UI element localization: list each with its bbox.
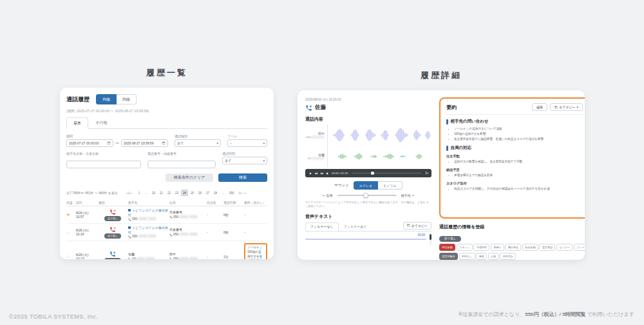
player-progress-handle[interactable] xyxy=(371,172,374,175)
transcript-scrollbar[interactable] xyxy=(430,233,431,246)
playback-speed[interactable]: 1x xyxy=(425,172,428,175)
label-select[interactable]: − ▾ xyxy=(227,139,267,147)
datetime-cell: 8/26 (火)10:57 xyxy=(76,211,97,219)
transcript-scrollbar-thumb[interactable] xyxy=(430,234,431,240)
summary-empty: − xyxy=(244,213,246,217)
own-name: 田中 xyxy=(169,252,205,257)
pager-page[interactable]: 21 xyxy=(158,190,165,196)
summary-cell: − xyxy=(244,230,267,235)
partner-phone: 050-0000 0000 xyxy=(128,217,168,221)
partner-cell: トビラシステムズ株式会社050-0000 0000 xyxy=(128,226,168,239)
type-cell: 折り返し xyxy=(99,209,127,221)
pager-page[interactable]: 20 xyxy=(150,190,157,196)
player-time: 00:00 / 01:20 xyxy=(332,172,348,175)
tag-chip[interactable]: 共有 xyxy=(488,253,499,260)
partner-name[interactable]: トビラシステムズ株式会社 xyxy=(128,208,168,217)
search-tab-1[interactable]: その他 xyxy=(88,117,114,128)
callback-badge: 折り返し xyxy=(104,258,121,259)
tag-chip[interactable]: セミナー xyxy=(556,244,573,251)
help-link[interactable]: こちら xyxy=(417,201,426,204)
table-row[interactable]: ☆8/26 (火)10:24折り返しトビラシステムズ株式会社050-0000 0… xyxy=(66,224,267,241)
calendar-icon[interactable] xyxy=(162,141,166,145)
phone-icon xyxy=(128,218,131,221)
table-row[interactable]: ☆8/26 (火)10:23折り返し佐藤03-0000 0000田中050-00… xyxy=(66,241,267,259)
protect-star-icon[interactable]: ☆ xyxy=(66,254,70,259)
pager-page[interactable]: 1 xyxy=(136,190,142,196)
pager-page[interactable]: 23 xyxy=(173,190,180,196)
section-accent-bar xyxy=(446,146,448,151)
pager-page[interactable]: 27 xyxy=(204,190,211,196)
forward-button[interactable] xyxy=(320,172,324,175)
pager-page[interactable]: 22 xyxy=(166,190,173,196)
calendar-icon[interactable] xyxy=(107,141,111,145)
tag-chip[interactable]: 商品発送 xyxy=(505,244,521,251)
audio-player[interactable]: 00:00 / 01:20 1x xyxy=(305,169,431,177)
own-phone: 050-0000 0000 xyxy=(169,257,205,259)
summary-bullets: 追加注文の数量を確認し、名古屋営業所宛てで手配 xyxy=(454,159,583,164)
pager-page[interactable]: 26 xyxy=(196,190,204,196)
search-button[interactable]: 検索 xyxy=(218,173,267,182)
speaker-phone: 03-0000000 xyxy=(308,157,325,161)
play-button[interactable] xyxy=(308,172,312,175)
player-progress-bar[interactable] xyxy=(352,173,421,174)
phone-icon xyxy=(128,235,131,239)
phone-number-input[interactable] xyxy=(147,161,216,168)
tag-chip[interactable]: 不明対応 xyxy=(473,244,489,251)
pager-page[interactable]: 25 xyxy=(189,190,196,196)
protect-star-icon[interactable]: ☆ xyxy=(66,230,70,235)
partner-name-field: 相手先名称・企業名称 xyxy=(66,152,141,168)
date-to-input[interactable]: 2025-08-27 23:59:59 xyxy=(121,139,168,147)
summary-bullet: 追加注文の数量を確認し、名古屋営業所宛てで手配 xyxy=(454,159,583,164)
copy-all-summary-button[interactable]: 全てコピー ▾ xyxy=(550,103,583,111)
duration-select[interactable]: 全て ▾ xyxy=(222,157,267,164)
pager-page[interactable]: 24 xyxy=(181,190,188,196)
line-tab-0[interactable]: 外線 xyxy=(96,94,117,104)
partner-phone: 050-0000 0000 xyxy=(128,235,168,239)
duration-cell: 1分 xyxy=(223,255,243,259)
clear-search-button[interactable]: 検索条件のクリア xyxy=(166,173,213,182)
sound-option-1[interactable]: モノラル xyxy=(378,181,402,190)
edit-summary-button[interactable]: 編集 xyxy=(532,103,547,111)
tag-chip[interactable]: 営業対象外 xyxy=(439,253,458,260)
tag-chip[interactable]: 保留 xyxy=(476,253,487,260)
balance-slider[interactable] xyxy=(337,195,397,196)
table-header-row: 保護日時種別相手先自局担当者通話時間要約（見出し） xyxy=(66,199,267,206)
tag-chip[interactable]: 見積り xyxy=(491,244,504,251)
waveform xyxy=(327,146,431,167)
phone-number-redacted: 0000000 xyxy=(312,157,325,160)
column-header: 通話時間 xyxy=(223,201,243,204)
table-row[interactable]: ★8/26 (火)10:57折り返しトビラシステムズ株式会社050-0000 0… xyxy=(66,206,267,224)
pager-next[interactable]: 次へ» xyxy=(236,190,248,196)
volume-icon[interactable] xyxy=(326,172,330,175)
transcript-tabs: フィルターなしフィルターあり全てコピー xyxy=(305,222,431,231)
pager-page[interactable]: 390 xyxy=(227,190,236,196)
callback-badge[interactable]: 折り返し xyxy=(439,236,461,242)
transcript-tab-1[interactable]: フィルターあり xyxy=(339,222,372,230)
own-name: 代表番号 xyxy=(169,228,205,232)
phone-number-redacted: 0000 0000 xyxy=(180,233,198,237)
tag-chip[interactable]: 営業電話 xyxy=(539,244,555,251)
tag-row: 受注依頼スポット不明対応見積り商品発送転送依頼営業電話セミナークレーム xyxy=(439,244,585,251)
rewind-button[interactable] xyxy=(314,172,318,175)
section-accent-bar xyxy=(446,119,448,124)
call-type-select[interactable]: 全て ▾ xyxy=(175,139,221,147)
register-section: 通話履歴の情報を登録 折り返し 受注依頼スポット不明対応見積り商品発送転送依頼営… xyxy=(439,224,585,260)
tag-chip[interactable]: 受注依頼 xyxy=(439,244,455,251)
partner-name[interactable]: トビラシステムズ株式会社 xyxy=(128,226,168,234)
copy-transcript-button[interactable]: 全てコピー xyxy=(403,222,431,230)
search-tab-0[interactable]: 基本 xyxy=(66,117,88,129)
balance-slider-thumb[interactable] xyxy=(363,193,368,198)
tag-chip[interactable]: 転送依頼 xyxy=(522,244,538,251)
partner-name-input[interactable] xyxy=(66,161,141,168)
tag-chip[interactable]: スポット xyxy=(457,244,473,251)
tag-chip[interactable]: 対応なし xyxy=(459,253,475,260)
pager-prev[interactable]: «前へ xyxy=(124,190,136,196)
transcript-tab-0[interactable]: フィルターなし xyxy=(305,222,339,231)
sound-option-0[interactable]: ステレオ xyxy=(354,181,378,190)
protect-star-icon[interactable]: ★ xyxy=(66,212,70,217)
tag-chip[interactable]: 対応済み xyxy=(500,253,516,260)
pager-page[interactable]: 28 xyxy=(212,190,219,196)
date-from-input[interactable]: 2025-07-27 00:00:00 xyxy=(66,139,113,147)
line-tab-1[interactable]: 内線 xyxy=(117,94,137,104)
tag-chip[interactable]: クレーム xyxy=(574,244,585,251)
